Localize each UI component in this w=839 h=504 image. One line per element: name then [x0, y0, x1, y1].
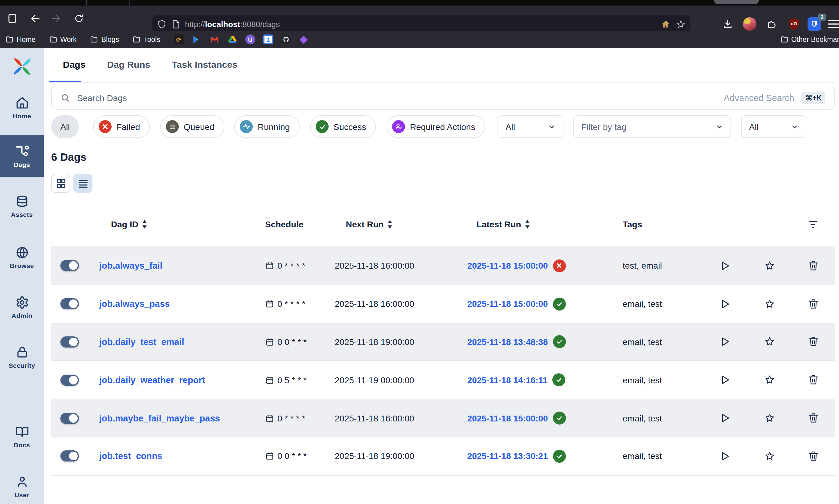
- other-bookmarks[interactable]: Other Bookmarks: [780, 31, 839, 48]
- sidebar-item-browse[interactable]: Browse: [0, 242, 44, 273]
- tag-filter-select[interactable]: Filter by tag: [573, 115, 731, 138]
- trigger-dag-button[interactable]: [716, 371, 734, 390]
- latest-run-link[interactable]: 2025-11-18 13:48:38: [467, 337, 548, 347]
- profile-avatar[interactable]: [743, 17, 756, 31]
- table-row: job.test_conns 0 0 * * * 2025-11-18 19:0…: [51, 437, 835, 476]
- card-view-button[interactable]: [51, 174, 70, 193]
- header-latest-run[interactable]: Latest Run: [435, 219, 589, 229]
- latest-run-link[interactable]: 2025-11-18 14:16:11: [467, 375, 547, 385]
- airflow-logo-icon[interactable]: [0, 57, 44, 76]
- filter-failed[interactable]: Failed: [93, 115, 150, 138]
- pause-toggle[interactable]: [60, 375, 79, 386]
- bookmark-folder-home[interactable]: Home: [5, 35, 35, 43]
- header-filter[interactable]: [791, 220, 835, 228]
- pause-toggle[interactable]: [60, 413, 79, 424]
- active-browser-tab[interactable]: [714, 0, 759, 4]
- filter-all[interactable]: All: [51, 115, 79, 138]
- dag-id-link[interactable]: job.maybe_fail_maybe_pass: [99, 413, 220, 423]
- diamond-favicon-icon[interactable]: [299, 35, 309, 44]
- shield-u-favicon-icon[interactable]: U: [245, 35, 255, 44]
- downloads-icon[interactable]: [719, 15, 736, 32]
- menu-icon[interactable]: [828, 15, 839, 32]
- delete-dag-button[interactable]: [804, 371, 822, 390]
- calendar-favicon-icon[interactable]: 1: [263, 35, 273, 44]
- list-view-button[interactable]: [73, 174, 92, 193]
- pause-toggle[interactable]: [60, 337, 79, 347]
- search-input[interactable]: [76, 92, 724, 103]
- shield-icon[interactable]: [157, 19, 167, 29]
- trigger-dag-button[interactable]: [716, 447, 734, 466]
- advanced-search-link[interactable]: Advanced Search: [724, 93, 794, 103]
- gmail-favicon-icon[interactable]: [210, 35, 220, 44]
- favorite-dag-button[interactable]: [760, 371, 779, 390]
- running-icon: [240, 120, 253, 133]
- favorite-dag-button[interactable]: [760, 409, 779, 427]
- drive-favicon-icon[interactable]: [227, 35, 237, 44]
- favorite-dag-button[interactable]: [760, 447, 779, 466]
- sidebar-item-dags[interactable]: Dags: [0, 135, 44, 177]
- paused-filter-select[interactable]: All: [497, 115, 563, 138]
- favorite-dag-button[interactable]: [760, 294, 779, 313]
- sort-icon[interactable]: [142, 220, 147, 229]
- delete-dag-button[interactable]: [804, 447, 822, 466]
- url-bar[interactable]: http://localhost:8080/dags: [152, 15, 691, 33]
- github-favicon-icon[interactable]: [281, 35, 291, 44]
- back-button[interactable]: [26, 10, 43, 27]
- sidebar-item-home[interactable]: Home: [0, 92, 44, 123]
- sidebar-toggle-icon[interactable]: [4, 10, 21, 27]
- star-icon: [764, 375, 774, 385]
- bookmark-folder-tools[interactable]: Tools: [133, 35, 160, 43]
- pause-toggle[interactable]: [60, 451, 79, 462]
- bookmark-folder-blogs[interactable]: Blogs: [90, 35, 119, 43]
- filter-required-actions[interactable]: Required Actions: [386, 115, 485, 138]
- page-info-icon[interactable]: [172, 19, 180, 29]
- dag-id-link[interactable]: job.daily_weather_report: [99, 375, 205, 385]
- extensions-icon[interactable]: [763, 15, 781, 32]
- home-bookmark-icon[interactable]: [662, 20, 670, 28]
- latest-run-link[interactable]: 2025-11-18 15:00:00: [467, 299, 548, 309]
- sort-icon[interactable]: [387, 220, 393, 229]
- sidebar-item-security[interactable]: Security: [0, 342, 44, 373]
- trigger-dag-button[interactable]: [716, 333, 734, 351]
- dag-id-link[interactable]: job.always_fail: [99, 261, 162, 271]
- trigger-dag-button[interactable]: [716, 257, 734, 275]
- favorite-dag-button[interactable]: [760, 333, 779, 351]
- sidebar-item-user[interactable]: User: [0, 471, 44, 502]
- dag-id-link[interactable]: job.always_pass: [99, 299, 170, 309]
- delete-dag-button[interactable]: [804, 257, 822, 275]
- filter-running[interactable]: Running: [234, 115, 300, 138]
- favorite-dag-button[interactable]: [760, 257, 779, 275]
- pause-toggle[interactable]: [60, 260, 79, 271]
- sidebar-item-docs[interactable]: Docs: [0, 421, 44, 452]
- sidebar-item-assets[interactable]: Assets: [0, 191, 44, 222]
- sort-icon[interactable]: [525, 220, 530, 229]
- filter-queued[interactable]: Queued: [160, 115, 224, 138]
- header-next-run[interactable]: Next Run: [333, 219, 435, 229]
- filter-success[interactable]: Success: [310, 115, 376, 138]
- pause-toggle[interactable]: [60, 298, 79, 309]
- reload-button[interactable]: [70, 10, 88, 27]
- ublock-icon[interactable]: uO: [787, 17, 801, 31]
- sidebar-item-admin[interactable]: Admin: [0, 292, 44, 323]
- tab-task-instances[interactable]: Task Instances: [172, 59, 237, 70]
- bitwarden-icon[interactable]: 2: [807, 17, 821, 31]
- bookmark-folder-work[interactable]: Work: [49, 35, 76, 43]
- tab-dags[interactable]: Dags: [63, 59, 85, 70]
- tab-dag-runs[interactable]: Dag Runs: [107, 59, 150, 70]
- dag-id-link[interactable]: job.test_conns: [99, 451, 162, 461]
- favorite-filter-select[interactable]: All: [741, 115, 806, 138]
- bookmark-star-icon[interactable]: [676, 19, 685, 29]
- delete-dag-button[interactable]: [804, 294, 822, 313]
- latest-run-link[interactable]: 2025-11-18 15:00:00: [467, 261, 548, 271]
- play-store-favicon-icon[interactable]: [192, 35, 202, 44]
- trigger-dag-button[interactable]: [716, 294, 734, 313]
- terminal-favicon-icon[interactable]: ⟳: [174, 35, 184, 44]
- delete-dag-button[interactable]: [804, 333, 822, 351]
- latest-run-link[interactable]: 2025-11-18 13:30:21: [467, 451, 548, 461]
- header-dag-id[interactable]: Dag ID: [92, 219, 259, 229]
- trigger-dag-button[interactable]: [716, 409, 734, 427]
- delete-dag-button[interactable]: [804, 409, 822, 427]
- forward-button[interactable]: [48, 10, 65, 27]
- dag-id-link[interactable]: job.daily_test_email: [99, 337, 184, 347]
- latest-run-link[interactable]: 2025-11-18 15:00:00: [467, 413, 548, 423]
